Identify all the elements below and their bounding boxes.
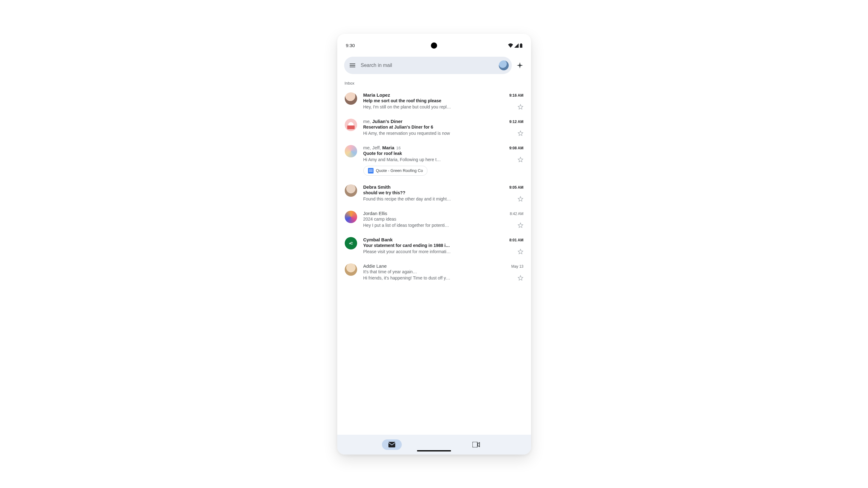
chip-label: Quote - Green Roofing Co [376,168,423,173]
meet-tab[interactable] [466,440,486,450]
email-subject: Reservation at Julian's Diner for 6 [363,125,433,130]
sender-name: Cymbal Bank [363,237,393,242]
sender-name: Jordan Ellis [363,211,388,216]
email-time: 9:05 AM [509,185,524,190]
email-snippet: Hey, I'm still on the plane but could yo… [363,104,514,109]
email-snippet: Found this recipe the other day and it m… [363,196,514,201]
email-snippet: Hi friends, it's happening! Time to dust… [363,275,514,281]
star-icon[interactable] [517,157,524,163]
mail-tab[interactable] [382,440,402,450]
status-camera-dot [431,42,437,48]
video-icon [472,442,480,447]
phone-frame: 9:30 Search in mail Inbox Maria Lopez9:1… [337,34,531,455]
svg-rect-0 [520,44,522,48]
email-row[interactable]: Debra Smith9:05 AMshould we try this??Fo… [337,180,531,206]
sender-avatar[interactable] [345,263,357,276]
sparkle-button[interactable] [516,61,524,70]
thread-count: 16 [396,145,401,150]
search-placeholder: Search in mail [361,63,493,68]
menu-icon[interactable] [350,64,355,67]
email-time: 8:01 AM [509,238,524,242]
star-icon[interactable] [517,104,524,110]
bottom-nav [337,435,531,455]
search-row: Search in mail [337,52,531,78]
status-clock: 9:30 [346,43,355,48]
email-time: 9:16 AM [509,93,524,98]
email-row[interactable]: Addie LaneMay 13It's that time of year a… [337,259,531,285]
email-subject: Help me sort out the roof thing please [363,98,441,103]
search-bar[interactable]: Search in mail [344,57,512,74]
email-snippet: Hi Amy and Maria, Following up here t… [363,157,514,162]
sender-name: me, Jeff, Maria16 [363,145,401,150]
email-row[interactable]: Jordan Ellis8:42 AM2024 camp ideasHey I … [337,206,531,233]
email-time: May 13 [511,264,523,269]
email-subject: It's that time of year again… [363,269,417,274]
attachment-chip[interactable]: Quote - Green Roofing Co [363,166,428,176]
star-icon[interactable] [517,196,524,202]
email-row[interactable]: «CCymbal Bank8:01 AMYour statement for c… [337,233,531,259]
sender-name: Maria Lopez [363,92,390,98]
email-time: 8:42 AM [509,212,523,216]
sparkle-icon [516,62,524,69]
sender-name: Debra Smith [363,184,391,190]
sender-avatar[interactable] [345,92,357,105]
wifi-icon [508,43,513,48]
mail-icon [389,442,395,447]
star-icon[interactable] [517,249,524,255]
email-list: Maria Lopez9:16 AMHelp me sort out the r… [337,88,531,435]
sender-name: Addie Lane [363,263,387,269]
battery-icon [520,43,522,48]
star-icon[interactable] [517,222,524,228]
email-subject: Quote for roof leak [363,151,402,156]
inbox-label: Inbox [337,78,531,88]
sender-avatar[interactable] [345,184,357,197]
sender-avatar[interactable]: «C [345,237,357,250]
email-subject: Your statement for card ending in 1988 i… [363,243,450,248]
sender-avatar[interactable] [345,211,357,223]
star-icon[interactable] [517,275,524,281]
sender-avatar[interactable] [345,119,357,131]
nav-handle [417,450,451,451]
email-snippet: Hi Amy, the reservation you requested is… [363,131,514,136]
email-time: 9:08 AM [509,146,524,150]
star-icon[interactable] [517,130,524,136]
email-snippet: Hey I put a list of ideas together for p… [363,223,514,228]
email-snippet: Please visit your account for more infor… [363,249,514,254]
sender-avatar[interactable] [345,145,357,157]
account-avatar[interactable] [499,60,509,70]
svg-rect-1 [521,43,522,44]
email-subject: should we try this?? [363,190,405,195]
email-row[interactable]: Maria Lopez9:16 AMHelp me sort out the r… [337,88,531,114]
email-row[interactable]: me, Julian's Diner9:12 AMReservation at … [337,114,531,141]
svg-rect-3 [472,442,477,447]
doc-icon [368,168,374,173]
email-subject: 2024 camp ideas [363,217,397,222]
email-row[interactable]: me, Jeff, Maria169:08 AMQuote for roof l… [337,141,531,180]
signal-icon [514,43,519,48]
status-bar: 9:30 [337,39,531,52]
status-indicators [508,43,522,48]
sender-name: me, Julian's Diner [363,119,403,124]
email-time: 9:12 AM [509,120,524,124]
